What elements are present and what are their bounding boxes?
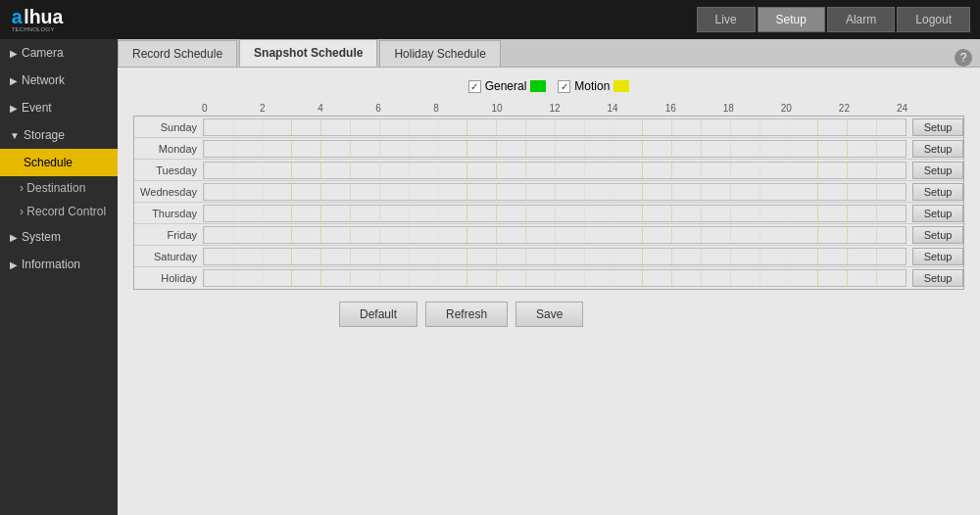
sidebar-item-label: Destination bbox=[26, 181, 85, 195]
arrow-icon: › bbox=[20, 205, 24, 218]
time-label-18: 18 bbox=[723, 103, 781, 114]
sidebar-item-destination[interactable]: › Destination bbox=[0, 176, 118, 200]
sunday-setup-button[interactable]: Setup bbox=[912, 118, 963, 136]
sidebar: ▶ Camera ▶ Network ▶ Event ▼ Storage Sch… bbox=[0, 39, 118, 515]
default-button[interactable]: Default bbox=[339, 302, 417, 327]
table-row: Thursday Setup bbox=[134, 203, 963, 224]
sunday-time-blocks[interactable] bbox=[203, 118, 906, 136]
main-layout: ▶ Camera ▶ Network ▶ Event ▼ Storage Sch… bbox=[0, 39, 980, 515]
time-header: 0 2 4 6 8 10 12 14 16 18 20 22 24 bbox=[202, 103, 907, 114]
motion-color-swatch bbox=[613, 80, 629, 92]
saturday-setup-button[interactable]: Setup bbox=[912, 248, 963, 265]
sidebar-item-camera[interactable]: ▶ Camera bbox=[0, 39, 118, 67]
time-label-16: 16 bbox=[665, 103, 723, 114]
sidebar-item-label: Camera bbox=[22, 46, 64, 60]
arrow-icon: ▶ bbox=[10, 48, 18, 59]
schedule-content: ✓ General ✓ Motion 0 2 4 6 bbox=[118, 68, 980, 515]
sidebar-item-label: Schedule bbox=[10, 156, 73, 169]
general-color-swatch bbox=[530, 80, 546, 92]
tuesday-setup-button[interactable]: Setup bbox=[912, 162, 963, 179]
friday-setup-button[interactable]: Setup bbox=[912, 226, 963, 244]
table-row: Monday Setup bbox=[134, 138, 963, 160]
time-label-2: 2 bbox=[260, 103, 318, 114]
sidebar-item-event[interactable]: ▶ Event bbox=[0, 94, 118, 121]
friday-time-blocks[interactable] bbox=[203, 226, 906, 244]
arrow-icon: ▶ bbox=[10, 259, 18, 270]
tab-bar: Record Schedule Snapshot Schedule Holida… bbox=[118, 39, 980, 68]
legend-motion-label: Motion bbox=[574, 79, 610, 93]
wednesday-time-blocks[interactable] bbox=[203, 183, 906, 201]
day-wednesday: Wednesday bbox=[134, 186, 203, 198]
general-checkbox[interactable]: ✓ bbox=[468, 80, 481, 93]
sidebar-item-label: Information bbox=[22, 258, 80, 271]
table-row: Sunday Setup bbox=[134, 117, 963, 138]
time-label-12: 12 bbox=[549, 103, 607, 114]
top-nav: Live Setup Alarm Logout bbox=[697, 7, 970, 32]
day-friday: Friday bbox=[134, 229, 203, 241]
time-label-6: 6 bbox=[375, 103, 433, 114]
dahua-logo: a lhua TECHNOLOGY bbox=[10, 5, 88, 34]
alarm-button[interactable]: Alarm bbox=[827, 7, 895, 32]
tab-snapshot-schedule[interactable]: Snapshot Schedule bbox=[239, 39, 377, 67]
tab-record-schedule[interactable]: Record Schedule bbox=[118, 40, 237, 67]
top-bar: a lhua TECHNOLOGY Live Setup Alarm Logou… bbox=[0, 0, 980, 39]
table-row: Holiday Setup bbox=[134, 267, 963, 289]
legend: ✓ General ✓ Motion bbox=[133, 79, 964, 93]
live-button[interactable]: Live bbox=[697, 7, 756, 32]
time-label-10: 10 bbox=[491, 103, 549, 114]
table-row: Friday Setup bbox=[134, 224, 963, 246]
help-icon[interactable]: ? bbox=[955, 49, 972, 67]
legend-general: ✓ General bbox=[468, 79, 547, 93]
refresh-button[interactable]: Refresh bbox=[425, 302, 508, 327]
day-sunday: Sunday bbox=[134, 121, 203, 133]
save-button[interactable]: Save bbox=[515, 302, 583, 327]
table-row: Wednesday Setup bbox=[134, 181, 963, 203]
arrow-icon: ▼ bbox=[10, 130, 20, 141]
logout-button[interactable]: Logout bbox=[897, 7, 970, 32]
sidebar-item-label: Record Control bbox=[26, 205, 106, 218]
holiday-setup-button[interactable]: Setup bbox=[912, 269, 963, 287]
sidebar-item-storage[interactable]: ▼ Storage bbox=[0, 121, 118, 149]
day-thursday: Thursday bbox=[134, 208, 203, 219]
main-content: Record Schedule Snapshot Schedule Holida… bbox=[118, 39, 980, 515]
arrow-icon: › bbox=[20, 181, 24, 195]
sidebar-item-label: Storage bbox=[24, 128, 65, 142]
schedule-grid: Sunday Setup Monday Setup Tuesday bbox=[133, 116, 964, 290]
svg-text:TECHNOLOGY: TECHNOLOGY bbox=[12, 25, 55, 32]
sidebar-item-record-control[interactable]: › Record Control bbox=[0, 200, 118, 223]
arrow-icon: ▶ bbox=[10, 103, 18, 114]
tuesday-time-blocks[interactable] bbox=[203, 162, 906, 179]
wednesday-setup-button[interactable]: Setup bbox=[912, 183, 963, 201]
setup-button[interactable]: Setup bbox=[758, 7, 825, 32]
table-row: Saturday Setup bbox=[134, 246, 963, 267]
sidebar-item-label: Event bbox=[22, 101, 52, 115]
time-label-20: 20 bbox=[781, 103, 839, 114]
time-label-0: 0 bbox=[202, 103, 260, 114]
time-label-8: 8 bbox=[433, 103, 491, 114]
thursday-setup-button[interactable]: Setup bbox=[912, 205, 963, 222]
sidebar-item-system[interactable]: ▶ System bbox=[0, 223, 118, 251]
sidebar-item-label: Network bbox=[22, 73, 65, 87]
table-row: Tuesday Setup bbox=[134, 160, 963, 181]
day-monday: Monday bbox=[134, 143, 203, 155]
tab-holiday-schedule[interactable]: Holiday Schedule bbox=[379, 40, 500, 67]
thursday-time-blocks[interactable] bbox=[203, 205, 906, 222]
logo: a lhua TECHNOLOGY bbox=[10, 5, 88, 34]
day-tuesday: Tuesday bbox=[134, 164, 203, 176]
sidebar-item-label: System bbox=[22, 230, 61, 244]
time-label-22: 22 bbox=[839, 103, 897, 114]
saturday-time-blocks[interactable] bbox=[203, 248, 906, 265]
holiday-time-blocks[interactable] bbox=[203, 269, 906, 287]
arrow-icon: ▶ bbox=[10, 232, 18, 243]
legend-general-label: General bbox=[485, 79, 527, 93]
monday-time-blocks[interactable] bbox=[203, 140, 906, 158]
time-label-14: 14 bbox=[608, 103, 665, 114]
sidebar-item-schedule[interactable]: Schedule bbox=[0, 149, 118, 176]
day-saturday: Saturday bbox=[134, 251, 203, 262]
time-label-4: 4 bbox=[318, 103, 375, 114]
sidebar-item-information[interactable]: ▶ Information bbox=[0, 251, 118, 278]
time-label-24: 24 bbox=[897, 103, 907, 114]
sidebar-item-network[interactable]: ▶ Network bbox=[0, 67, 118, 94]
motion-checkbox[interactable]: ✓ bbox=[558, 80, 570, 93]
monday-setup-button[interactable]: Setup bbox=[912, 140, 963, 158]
